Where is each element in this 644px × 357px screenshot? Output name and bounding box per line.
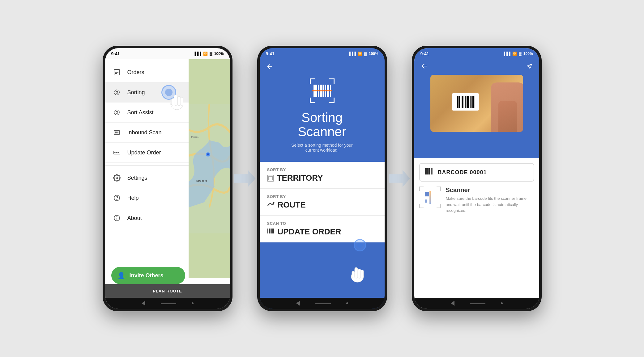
arrow-shape-1 (234, 170, 256, 187)
status-right-3: ▐▐▐ 🛜 ▓ 100% (503, 52, 533, 56)
svg-point-4 (116, 91, 118, 93)
scan-update-small: SCAN TO (267, 221, 377, 226)
barcode-update-icon (267, 228, 275, 236)
sc-scanline (429, 191, 430, 204)
sc-barcode-square (425, 192, 429, 196)
route-label: ROUTE (278, 200, 306, 210)
sort-by-territory[interactable]: SORT BY TERRITORY (260, 162, 385, 189)
barcode-result-box: BARCODE 00001 (419, 163, 534, 182)
svg-point-5 (114, 90, 119, 95)
svg-rect-53 (430, 168, 430, 174)
sc-barcode-square-2 (425, 200, 427, 203)
svg-text:New York: New York (196, 179, 207, 182)
svg-rect-55 (432, 168, 433, 174)
arrow-shape-2 (389, 170, 410, 187)
package-barcode (452, 93, 479, 111)
svg-rect-35 (269, 176, 272, 180)
wifi-icon-2: 🛜 (358, 52, 362, 56)
back-nav-3[interactable] (451, 301, 454, 306)
recent-nav-1[interactable] (192, 302, 194, 304)
status-time-3: 9:41 (420, 51, 429, 56)
scanner-small-icon (419, 187, 441, 208)
help-label: Help (127, 195, 139, 201)
scan-update-order[interactable]: SCAN TO (260, 216, 385, 242)
svg-rect-47 (352, 271, 355, 278)
home-nav-3[interactable] (470, 303, 485, 304)
svg-rect-10 (171, 99, 174, 105)
svg-rect-40 (271, 229, 272, 233)
back-button-2[interactable] (266, 63, 378, 72)
status-bar-2: 9:41 ▐▐▐ 🛜 ▓ 100% (260, 48, 385, 59)
svg-rect-52 (429, 168, 430, 174)
menu-divider-1 (105, 165, 189, 166)
svg-text:Peeksk..: Peeksk.. (191, 136, 199, 138)
menu-item-orders[interactable]: Orders (105, 62, 189, 82)
scan-update-big: UPDATE ORDER (267, 227, 377, 237)
menu-item-about[interactable]: About (105, 208, 189, 228)
update-order-big-label: UPDATE ORDER (278, 227, 341, 237)
sort-by-route[interactable]: SORT BY ROUTE (260, 189, 385, 216)
sort-territory-big: TERRITORY (267, 173, 377, 183)
corner-tr (329, 78, 335, 84)
menu-item-update-order[interactable]: Update Order (105, 143, 189, 163)
package-image (430, 75, 523, 132)
sort-route-small: SORT BY (267, 194, 377, 199)
scanner-info-title: Scanner (446, 187, 534, 194)
back-nav-1[interactable] (142, 301, 145, 306)
svg-point-34 (207, 153, 209, 156)
back-button-3[interactable] (420, 62, 428, 72)
bottom-nav-3 (414, 298, 539, 309)
svg-rect-8 (177, 96, 180, 106)
menu-item-help[interactable]: Help (105, 188, 189, 208)
svg-rect-39 (271, 229, 271, 233)
about-icon (113, 214, 121, 222)
status-time-2: 9:41 (266, 51, 275, 56)
home-nav-2[interactable] (315, 303, 331, 304)
bottom-nav-2 (260, 298, 385, 309)
map-area: Peeksk.. New York (189, 59, 230, 278)
svg-rect-42 (273, 229, 274, 233)
sorting-label: Sorting (127, 89, 145, 96)
invite-others-button[interactable]: 👤 Invite Others (111, 267, 185, 284)
bottom-nav-1 (105, 298, 230, 309)
territory-icon (267, 175, 274, 182)
about-label: About (127, 215, 142, 221)
territory-label: TERRITORY (277, 173, 323, 183)
status-right-1: ▐▐▐ 🛜 ▓ 100% (194, 52, 224, 56)
scanner-subtitle: Select a sorting method for your current… (285, 143, 359, 153)
battery-icon-1: ▓ (210, 52, 212, 56)
scanner-title: Sorting Scanner (266, 111, 378, 139)
recent-nav-3[interactable] (501, 302, 503, 304)
menu-item-settings[interactable]: Settings (105, 168, 189, 188)
invite-icon: 👤 (117, 272, 125, 279)
status-right-2: ▐▐▐ 🛜 ▓ 100% (348, 52, 378, 56)
settings-icon (113, 174, 121, 182)
status-bar-3: 9:41 ▐▐▐ 🛜 ▓ 100% (414, 48, 539, 59)
sc-corner-tl (419, 187, 424, 191)
plan-route-bar[interactable]: PLAN ROUTE (105, 284, 230, 298)
home-nav-1[interactable] (161, 303, 176, 304)
phone-1: 9:41 ▐▐▐ 🛜 ▓ 100% (103, 46, 232, 311)
sorting-icon (113, 88, 121, 97)
arrow-2 (387, 170, 412, 187)
update-order-label: Update Order (127, 149, 161, 156)
signal-icon-3: ▐▐▐ (503, 52, 511, 56)
battery-icon-3: ▓ (519, 52, 522, 56)
scanner-info-box: Scanner Make sure the barcode fits the s… (419, 187, 534, 214)
invite-label: Invite Others (130, 272, 164, 279)
menu-item-sorting[interactable]: Sorting (105, 82, 189, 103)
svg-point-24 (116, 177, 118, 179)
back-nav-2[interactable] (296, 301, 300, 306)
hand-cursor-2 (349, 261, 366, 284)
menu-item-inbound-scan[interactable]: Inbound Scan (105, 123, 189, 143)
wifi-icon-1: 🛜 (203, 52, 208, 56)
inbound-scan-icon (113, 128, 121, 137)
title-line2: Scanner (298, 124, 346, 139)
sc-corner-bl (419, 204, 424, 208)
corner-bl (310, 98, 315, 103)
plan-route-label: PLAN ROUTE (153, 289, 182, 293)
share-icon[interactable] (526, 63, 533, 71)
svg-rect-46 (361, 270, 364, 278)
recent-nav-2[interactable] (346, 302, 348, 304)
hand-arm-2 (498, 101, 517, 132)
